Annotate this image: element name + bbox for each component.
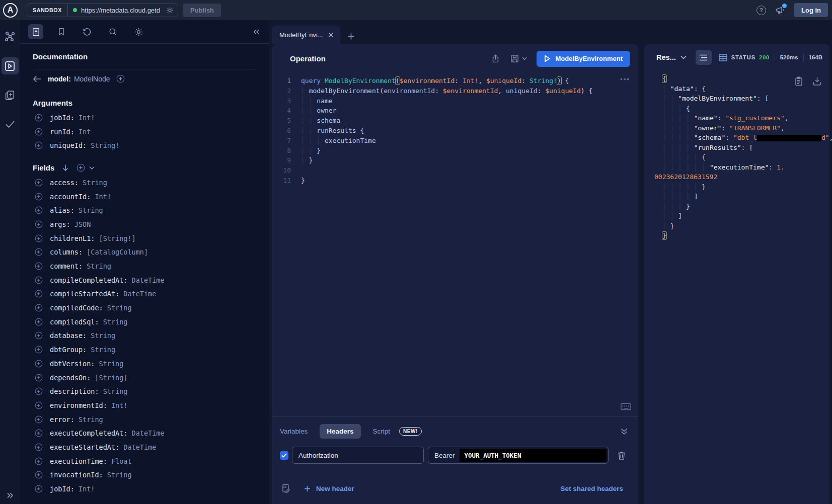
table-view-icon[interactable] [719,54,727,61]
add-field-circle-icon[interactable] [116,74,125,83]
field-row[interactable]: accountId: Int! [33,190,257,204]
code-line[interactable]: 4│ │ owner [272,106,638,116]
add-circle-icon[interactable] [35,318,43,326]
close-tab-icon[interactable] [328,32,334,38]
code-line[interactable]: 7│ │ │ executionTime [272,136,638,146]
bookmarks-icon[interactable] [54,24,69,39]
code-line[interactable]: 8│ │ } [272,146,638,156]
history-icon[interactable] [80,24,95,39]
endpoint-url-input[interactable]: https://metadata.cloud.getd [81,7,165,14]
field-row[interactable]: args: JSON [33,217,257,231]
add-circle-icon[interactable] [35,193,43,201]
field-row[interactable]: dependsOn: [String] [33,371,257,385]
add-circle-icon[interactable] [35,262,43,270]
argument-row[interactable]: runId: Int [33,125,257,139]
add-circle-icon[interactable] [35,206,43,214]
code-line[interactable]: 1query ModelByEnvironment($environmentId… [272,76,638,86]
add-circle-icon[interactable] [35,114,43,122]
format-json-view-icon[interactable] [696,50,712,65]
add-circle-icon[interactable] [35,401,43,409]
code-line[interactable]: 5│ │ schema [272,116,638,126]
sort-fields-icon[interactable] [62,164,69,172]
add-circle-icon[interactable] [35,346,43,354]
search-icon[interactable] [105,24,120,39]
add-circle-icon[interactable] [35,485,43,493]
add-circle-icon[interactable] [35,276,43,284]
collapse-footer-icon[interactable] [620,428,628,436]
code-line[interactable]: 9│ } [272,155,638,165]
save-operation-icon[interactable] [510,54,519,63]
new-tab-icon[interactable] [347,33,355,40]
copy-response-icon[interactable] [795,76,803,86]
field-row[interactable]: columns: [CatalogColumn] [33,245,257,260]
add-circle-icon[interactable] [35,360,43,368]
rail-checklist-icon[interactable] [2,116,19,133]
argument-row[interactable]: jobId: Int! [33,111,257,125]
rail-collections-icon[interactable] [2,87,19,104]
rail-schema-icon[interactable] [2,28,19,45]
field-row[interactable]: description: String [33,384,257,398]
set-shared-headers-link[interactable]: Set shared headers [560,485,623,492]
field-row[interactable]: compileCompletedAt: DateTime [33,273,257,287]
header-key-input[interactable]: Authorization [292,447,424,464]
add-circle-icon[interactable] [35,443,43,451]
field-row[interactable]: executeStartedAt: DateTime [33,440,257,454]
run-operation-button[interactable]: ModelByEnvironment [537,51,630,67]
field-row[interactable]: compiledCode: String [33,301,257,315]
add-circle-icon[interactable] [35,387,43,395]
query-editor[interactable]: 1query ModelByEnvironment($environmentId… [272,73,638,416]
argument-row[interactable]: uniqueId: String! [33,138,257,152]
add-circle-icon[interactable] [35,304,43,312]
field-row[interactable]: compiledSql: String [33,315,257,329]
apollo-logo[interactable]: A [3,3,18,18]
settings-gear-icon[interactable] [131,24,146,39]
download-response-icon[interactable] [813,76,821,86]
header-enabled-checkbox[interactable] [280,451,288,460]
field-row[interactable]: access: String [33,176,257,190]
add-circle-icon[interactable] [35,374,43,382]
code-line[interactable]: 10 [272,165,638,176]
tab-variables[interactable]: Variables [280,424,308,439]
add-circle-icon[interactable] [35,248,43,256]
add-circle-icon[interactable] [35,331,43,340]
collapse-sidebar-icon[interactable] [252,28,261,36]
code-line[interactable]: 2│ modelByEnvironment(environmentId: $en… [272,86,638,96]
editor-more-options-icon[interactable] [620,78,629,80]
field-row[interactable]: database: String [33,329,257,343]
expand-rail-icon[interactable] [0,491,20,500]
fields-options-chevron-icon[interactable] [89,166,95,170]
publish-button[interactable]: Publish [183,4,221,17]
code-line[interactable]: 3│ │ name [272,96,638,106]
field-row[interactable]: compileStartedAt: DateTime [33,287,257,301]
field-row[interactable]: executeCompletedAt: DateTime [33,426,257,440]
add-circle-icon[interactable] [35,179,43,187]
rail-explorer-icon[interactable] [2,57,19,74]
keyboard-shortcuts-icon[interactable] [621,403,631,410]
new-header-button[interactable]: New header [304,485,354,492]
delete-header-icon[interactable] [617,451,626,460]
code-line[interactable]: 6│ │ runResults { [272,126,638,136]
documentation-tab-icon[interactable] [28,24,43,39]
response-dropdown-chevron-icon[interactable] [680,55,687,59]
field-row[interactable]: jobId: Int! [33,482,257,496]
field-row[interactable]: executionTime: Float [33,454,257,468]
add-circle-icon[interactable] [35,141,43,149]
code-line[interactable]: 11} [272,176,638,186]
field-row[interactable]: error: String [33,412,257,427]
header-value-input[interactable]: Bearer YOUR_AUTH_TOKEN [428,447,609,464]
tab-script[interactable]: Script [373,424,391,439]
add-circle-icon[interactable] [35,457,43,465]
login-button[interactable]: Log in [794,3,828,17]
field-row[interactable]: dbtGroup: String [33,343,257,357]
field-row[interactable]: environmentId: Int! [33,398,257,412]
field-type-link[interactable]: ModelNode [74,75,110,83]
add-all-fields-icon[interactable] [77,163,85,172]
operation-tab[interactable]: ModelByEnvi... [272,26,340,44]
add-circle-icon[interactable] [35,128,43,136]
add-circle-icon[interactable] [35,220,43,228]
field-row[interactable]: childrenL1: [String!] [33,231,257,245]
edit-as-text-icon[interactable] [281,484,290,493]
help-icon[interactable]: ? [757,6,766,15]
field-row[interactable]: dbtVersion: String [33,357,257,371]
save-options-chevron-icon[interactable] [522,57,527,60]
